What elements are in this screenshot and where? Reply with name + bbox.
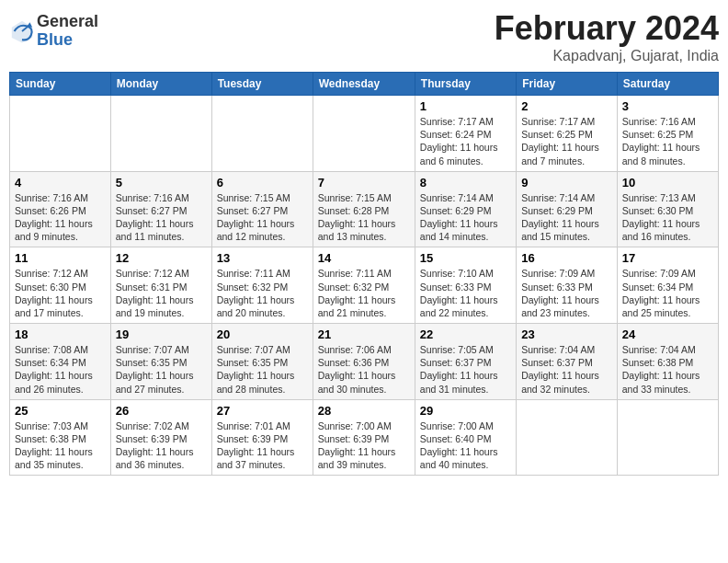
calendar-cell: 16Sunrise: 7:09 AM Sunset: 6:33 PM Dayli… xyxy=(517,247,618,324)
day-number: 2 xyxy=(521,99,612,113)
calendar-cell: 25Sunrise: 7:03 AM Sunset: 6:38 PM Dayli… xyxy=(10,399,111,476)
calendar-cell: 14Sunrise: 7:11 AM Sunset: 6:32 PM Dayli… xyxy=(313,247,415,324)
calendar-cell: 12Sunrise: 7:12 AM Sunset: 6:31 PM Dayli… xyxy=(110,247,211,324)
calendar-cell: 26Sunrise: 7:02 AM Sunset: 6:39 PM Dayli… xyxy=(110,399,211,476)
day-header-tuesday: Tuesday xyxy=(211,73,313,96)
day-info: Sunrise: 7:15 AM Sunset: 6:28 PM Dayligh… xyxy=(318,191,410,244)
calendar-cell: 4Sunrise: 7:16 AM Sunset: 6:26 PM Daylig… xyxy=(10,171,111,247)
day-number: 3 xyxy=(622,99,713,113)
calendar-cell: 1Sunrise: 7:17 AM Sunset: 6:24 PM Daylig… xyxy=(415,96,516,172)
calendar-cell: 13Sunrise: 7:11 AM Sunset: 6:32 PM Dayli… xyxy=(211,247,313,324)
logo: General Blue xyxy=(9,9,98,50)
day-info: Sunrise: 7:05 AM Sunset: 6:37 PM Dayligh… xyxy=(420,343,511,396)
calendar-header-row: SundayMondayTuesdayWednesdayThursdayFrid… xyxy=(10,73,719,96)
day-number: 8 xyxy=(420,176,511,190)
day-info: Sunrise: 7:11 AM Sunset: 6:32 PM Dayligh… xyxy=(217,267,308,319)
calendar-cell: 17Sunrise: 7:09 AM Sunset: 6:34 PM Dayli… xyxy=(617,247,718,324)
calendar-cell: 6Sunrise: 7:15 AM Sunset: 6:27 PM Daylig… xyxy=(211,171,313,247)
day-info: Sunrise: 7:12 AM Sunset: 6:30 PM Dayligh… xyxy=(15,267,106,319)
calendar-cell: 28Sunrise: 7:00 AM Sunset: 6:39 PM Dayli… xyxy=(313,399,415,476)
day-info: Sunrise: 7:13 AM Sunset: 6:30 PM Dayligh… xyxy=(622,191,713,244)
calendar-cell xyxy=(313,96,415,172)
day-header-sunday: Sunday xyxy=(10,73,111,96)
day-number: 28 xyxy=(318,404,410,418)
logo-icon xyxy=(9,18,35,44)
day-number: 1 xyxy=(420,99,511,113)
week-row-2: 4Sunrise: 7:16 AM Sunset: 6:26 PM Daylig… xyxy=(10,171,719,247)
day-number: 16 xyxy=(521,251,612,265)
day-number: 12 xyxy=(116,251,207,265)
logo-blue: Blue xyxy=(37,30,73,49)
header: General Blue February 2024 Kapadvanj, Gu… xyxy=(9,9,719,64)
day-number: 4 xyxy=(15,176,106,190)
day-number: 15 xyxy=(420,251,511,265)
day-info: Sunrise: 7:02 AM Sunset: 6:39 PM Dayligh… xyxy=(116,419,207,472)
calendar-table: SundayMondayTuesdayWednesdayThursdayFrid… xyxy=(9,72,719,476)
day-number: 26 xyxy=(116,404,207,418)
calendar-cell: 23Sunrise: 7:04 AM Sunset: 6:37 PM Dayli… xyxy=(517,324,618,400)
day-info: Sunrise: 7:07 AM Sunset: 6:35 PM Dayligh… xyxy=(116,343,207,396)
calendar-cell xyxy=(617,399,718,476)
day-info: Sunrise: 7:14 AM Sunset: 6:29 PM Dayligh… xyxy=(420,191,511,244)
day-number: 19 xyxy=(116,327,207,341)
day-info: Sunrise: 7:10 AM Sunset: 6:33 PM Dayligh… xyxy=(420,267,511,319)
day-number: 7 xyxy=(318,176,410,190)
day-info: Sunrise: 7:08 AM Sunset: 6:34 PM Dayligh… xyxy=(15,343,106,396)
day-header-thursday: Thursday xyxy=(415,73,516,96)
calendar-cell: 21Sunrise: 7:06 AM Sunset: 6:36 PM Dayli… xyxy=(313,324,415,400)
day-number: 29 xyxy=(420,404,511,418)
calendar-cell: 9Sunrise: 7:14 AM Sunset: 6:29 PM Daylig… xyxy=(517,171,618,247)
day-info: Sunrise: 7:16 AM Sunset: 6:25 PM Dayligh… xyxy=(622,115,713,167)
day-info: Sunrise: 7:03 AM Sunset: 6:38 PM Dayligh… xyxy=(15,419,106,472)
day-info: Sunrise: 7:01 AM Sunset: 6:39 PM Dayligh… xyxy=(217,419,308,472)
calendar-cell xyxy=(211,96,313,172)
day-info: Sunrise: 7:04 AM Sunset: 6:37 PM Dayligh… xyxy=(521,343,612,396)
day-number: 17 xyxy=(622,251,713,265)
day-number: 5 xyxy=(116,176,207,190)
day-number: 11 xyxy=(15,251,106,265)
calendar-cell: 20Sunrise: 7:07 AM Sunset: 6:35 PM Dayli… xyxy=(211,324,313,400)
day-number: 20 xyxy=(217,327,308,341)
day-info: Sunrise: 7:17 AM Sunset: 6:25 PM Dayligh… xyxy=(521,115,612,167)
week-row-5: 25Sunrise: 7:03 AM Sunset: 6:38 PM Dayli… xyxy=(10,399,719,476)
day-number: 6 xyxy=(217,176,308,190)
day-info: Sunrise: 7:07 AM Sunset: 6:35 PM Dayligh… xyxy=(217,343,308,396)
week-row-1: 1Sunrise: 7:17 AM Sunset: 6:24 PM Daylig… xyxy=(10,96,719,172)
calendar-cell: 10Sunrise: 7:13 AM Sunset: 6:30 PM Dayli… xyxy=(617,171,718,247)
calendar-cell: 3Sunrise: 7:16 AM Sunset: 6:25 PM Daylig… xyxy=(617,96,718,172)
calendar-cell xyxy=(110,96,211,172)
day-number: 13 xyxy=(217,251,308,265)
day-info: Sunrise: 7:04 AM Sunset: 6:38 PM Dayligh… xyxy=(622,343,713,396)
calendar-cell: 2Sunrise: 7:17 AM Sunset: 6:25 PM Daylig… xyxy=(517,96,618,172)
day-header-saturday: Saturday xyxy=(617,73,718,96)
day-number: 9 xyxy=(521,176,612,190)
day-header-friday: Friday xyxy=(517,73,618,96)
calendar-cell: 5Sunrise: 7:16 AM Sunset: 6:27 PM Daylig… xyxy=(110,171,211,247)
day-info: Sunrise: 7:16 AM Sunset: 6:27 PM Dayligh… xyxy=(116,191,207,244)
day-info: Sunrise: 7:14 AM Sunset: 6:29 PM Dayligh… xyxy=(521,191,612,244)
day-info: Sunrise: 7:15 AM Sunset: 6:27 PM Dayligh… xyxy=(217,191,308,244)
calendar-cell: 8Sunrise: 7:14 AM Sunset: 6:29 PM Daylig… xyxy=(415,171,516,247)
day-number: 24 xyxy=(622,327,713,341)
calendar-cell: 18Sunrise: 7:08 AM Sunset: 6:34 PM Dayli… xyxy=(10,324,111,400)
title-block: February 2024 Kapadvanj, Gujarat, India xyxy=(495,9,719,64)
day-info: Sunrise: 7:12 AM Sunset: 6:31 PM Dayligh… xyxy=(116,267,207,319)
day-info: Sunrise: 7:16 AM Sunset: 6:26 PM Dayligh… xyxy=(15,191,106,244)
calendar-cell: 19Sunrise: 7:07 AM Sunset: 6:35 PM Dayli… xyxy=(110,324,211,400)
day-info: Sunrise: 7:09 AM Sunset: 6:33 PM Dayligh… xyxy=(521,267,612,319)
day-number: 14 xyxy=(318,251,410,265)
day-header-wednesday: Wednesday xyxy=(313,73,415,96)
day-number: 18 xyxy=(15,327,106,341)
week-row-3: 11Sunrise: 7:12 AM Sunset: 6:30 PM Dayli… xyxy=(10,247,719,324)
day-number: 10 xyxy=(622,176,713,190)
day-info: Sunrise: 7:06 AM Sunset: 6:36 PM Dayligh… xyxy=(318,343,410,396)
logo-text: General Blue xyxy=(37,13,98,50)
calendar-cell: 24Sunrise: 7:04 AM Sunset: 6:38 PM Dayli… xyxy=(617,324,718,400)
day-info: Sunrise: 7:17 AM Sunset: 6:24 PM Dayligh… xyxy=(420,115,511,167)
day-info: Sunrise: 7:09 AM Sunset: 6:34 PM Dayligh… xyxy=(622,267,713,319)
calendar-cell xyxy=(10,96,111,172)
day-number: 22 xyxy=(420,327,511,341)
week-row-4: 18Sunrise: 7:08 AM Sunset: 6:34 PM Dayli… xyxy=(10,324,719,400)
day-number: 27 xyxy=(217,404,308,418)
calendar-cell: 22Sunrise: 7:05 AM Sunset: 6:37 PM Dayli… xyxy=(415,324,516,400)
